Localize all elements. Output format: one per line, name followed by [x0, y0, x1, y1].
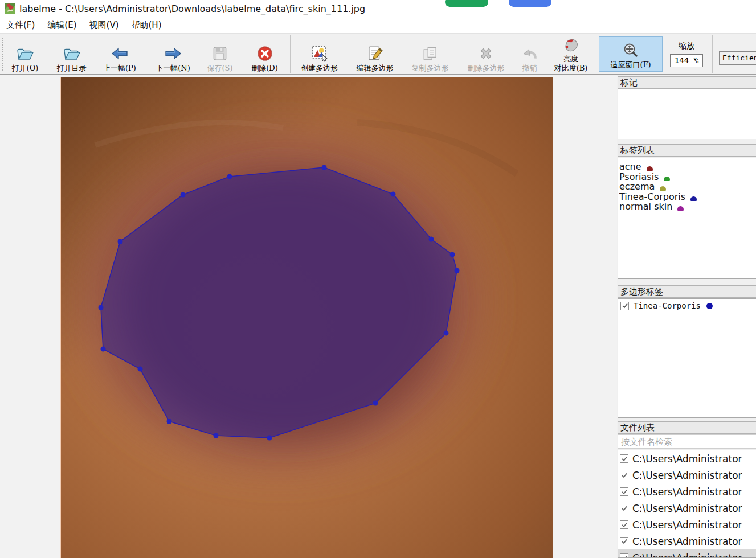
- create-polygon-button[interactable]: 创建多边形: [295, 35, 344, 73]
- label-item-acne[interactable]: acne: [618, 161, 756, 171]
- label-item-psoriasis[interactable]: Psoriasis: [618, 171, 756, 182]
- label-item-normal-skin[interactable]: normal skin: [618, 201, 756, 211]
- toolbar-drag-handle[interactable]: [2, 38, 3, 71]
- file-path-text: C:\Users\Administrator: [632, 470, 742, 481]
- label-item-text: normal skin: [619, 201, 672, 211]
- open-folder-icon: [16, 43, 34, 64]
- file-checkbox[interactable]: [620, 553, 628, 558]
- brightness-contrast-icon: [563, 38, 579, 55]
- menu-edit[interactable]: 编辑(E): [41, 18, 83, 32]
- green-pill-overlay: [445, 0, 488, 7]
- save-disk-icon: [212, 43, 228, 64]
- next-image-button[interactable]: 下一幅(N): [149, 35, 197, 73]
- edit-polygon-button[interactable]: 编辑多边形: [350, 35, 399, 73]
- label-item-text: Psoriasis: [619, 171, 659, 182]
- title-bar: labelme - C:\Users\Administrator\Downloa…: [0, 0, 756, 17]
- polygon-labels-panel-header: 多边形标签: [618, 285, 756, 298]
- toolbar-separator: [594, 35, 594, 73]
- toolbar-separator: [712, 35, 713, 73]
- fit-window-label: 适应窗口(F): [610, 60, 651, 69]
- polygon-labels-list: Tinea-Corporis: [618, 298, 756, 418]
- delete-polygon-x-icon: [477, 43, 495, 64]
- open-button[interactable]: 打开(O): [7, 35, 43, 73]
- next-image-label: 下一幅(N): [156, 64, 190, 73]
- duplicate-polygon-icon: [422, 43, 439, 64]
- label-color-dot: [677, 206, 684, 211]
- save-label: 保存(S): [207, 64, 232, 73]
- arrow-left-icon: [111, 43, 129, 64]
- file-list-item[interactable]: C:\Users\Administrator: [618, 533, 756, 549]
- menu-view[interactable]: 视图(V): [83, 18, 125, 32]
- prev-image-button[interactable]: 上一幅(P): [97, 35, 142, 73]
- annotated-image[interactable]: [60, 77, 553, 558]
- file-list-panel-header: 文件列表: [618, 421, 756, 434]
- flags-list[interactable]: [618, 89, 756, 140]
- polygon-label-color-dot: [706, 303, 713, 309]
- file-path-text: C:\Users\Administrator: [632, 503, 742, 514]
- fit-window-button[interactable]: 适应窗口(F): [599, 36, 663, 72]
- file-checkbox[interactable]: [620, 504, 628, 512]
- open-dir-button[interactable]: 打开目录: [53, 35, 90, 73]
- file-list-item[interactable]: C:\Users\Administrator: [618, 516, 756, 533]
- zoom-label: 缩放: [679, 41, 694, 51]
- delete-label: 删除(D): [251, 64, 278, 73]
- toolbar-separator: [290, 35, 291, 73]
- file-checkbox[interactable]: [620, 520, 628, 529]
- label-item-text: eczema: [619, 181, 655, 191]
- label-item-tinea-corporis[interactable]: Tinea-Corporis: [618, 191, 756, 202]
- polygon-label-item-tinea-corporis[interactable]: Tinea-Corporis: [620, 301, 756, 310]
- brightness-contrast-button[interactable]: 亮度 对比度(B): [549, 35, 592, 73]
- delete-polygon-button: 删除多边形: [461, 35, 510, 73]
- label-item-text: acne: [619, 161, 641, 171]
- file-list-item[interactable]: C:\Users\Administrator: [618, 500, 756, 516]
- file-list-item[interactable]: C:\Users\Administrator: [618, 450, 756, 467]
- open-label: 打开(O): [12, 64, 39, 73]
- file-search-input[interactable]: [618, 434, 756, 449]
- create-polygon-label: 创建多边形: [301, 64, 338, 73]
- file-list-item[interactable]: C:\Users\Administrator: [618, 467, 756, 483]
- prev-image-label: 上一幅(P): [103, 64, 136, 73]
- blue-pill-overlay: [509, 0, 551, 7]
- file-list-item[interactable]: C:\Users\Administrator: [618, 483, 756, 500]
- file-checkbox[interactable]: [620, 537, 628, 545]
- menu-help[interactable]: 帮助(H): [125, 18, 168, 32]
- file-path-text: C:\Users\Administrator: [632, 453, 742, 465]
- brightness-label-line1: 亮度: [563, 55, 578, 64]
- brightness-label-line2: 对比度(B): [554, 64, 588, 73]
- label-item-eczema[interactable]: eczema: [618, 181, 756, 191]
- menu-bar: 文件(F) 编辑(E) 视图(V) 帮助(H): [0, 17, 756, 33]
- file-checkbox[interactable]: [620, 487, 628, 496]
- label-color-dot: [647, 166, 653, 171]
- arrow-right-icon: [164, 43, 182, 64]
- create-polygon-icon: [311, 43, 328, 64]
- file-list: C:\Users\Administrator C:\Users\Administ…: [618, 450, 756, 558]
- file-checkbox[interactable]: [620, 454, 628, 463]
- file-path-text: C:\Users\Administrator: [632, 519, 742, 531]
- save-button: 保存(S): [203, 35, 236, 73]
- menu-file[interactable]: 文件(F): [0, 18, 41, 32]
- delete-button[interactable]: 删除(D): [245, 35, 284, 73]
- file-path-text: C:\Users\Administrator: [632, 552, 742, 558]
- open-dir-label: 打开目录: [57, 64, 87, 73]
- file-list-item-selected[interactable]: C:\Users\Administrator: [618, 549, 756, 558]
- delete-polygon-label: 删除多边形: [468, 64, 505, 73]
- window-title: labelme - C:\Users\Administrator\Downloa…: [19, 3, 365, 14]
- label-color-dot: [664, 177, 670, 182]
- polygon-label-checkbox[interactable]: [620, 302, 629, 310]
- undo-label: 撤销: [522, 64, 537, 73]
- file-checkbox[interactable]: [620, 471, 628, 479]
- zoom-group: 缩放 144 %: [667, 41, 706, 67]
- efficient-button[interactable]: Efficien: [719, 51, 756, 65]
- labelme-window: { "window": { "title": "labelme - C:\\Us…: [0, 0, 756, 558]
- label-color-dot: [690, 196, 697, 202]
- zoom-spinbox[interactable]: 144 %: [670, 54, 703, 67]
- label-list-panel-header: 标签列表: [618, 144, 756, 157]
- label-item-text: Tinea-Corporis: [619, 191, 685, 202]
- canvas-area[interactable]: [0, 75, 617, 558]
- polygon-label-text: Tinea-Corporis: [634, 301, 701, 310]
- duplicate-polygon-label: 复制多边形: [412, 64, 449, 73]
- label-list: acne Psoriasis eczema Tinea-Corporis nor…: [618, 158, 756, 279]
- undo-arrow-icon: [521, 43, 538, 64]
- duplicate-polygon-button: 复制多边形: [406, 35, 455, 73]
- edit-polygon-icon: [366, 43, 383, 64]
